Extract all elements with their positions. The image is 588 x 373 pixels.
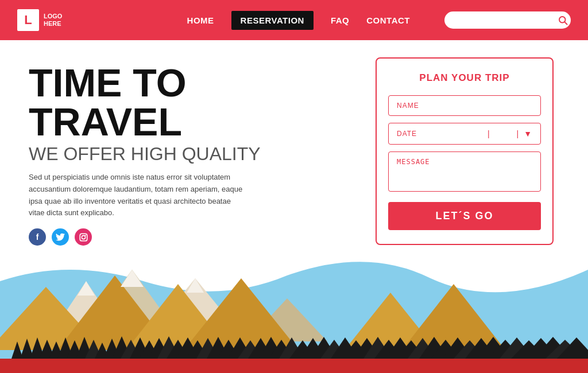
- search-icon: [558, 15, 568, 25]
- svg-marker-17: [187, 278, 204, 293]
- nav-contact[interactable]: CONTACT: [366, 15, 410, 25]
- logo-text: LOGO HERE: [44, 13, 62, 28]
- date-separator-1: |: [488, 129, 490, 138]
- instagram-icon[interactable]: [75, 228, 92, 246]
- facebook-icon[interactable]: f: [29, 228, 46, 246]
- form-panel: PLAN YOUR TRIP | | ▼ LET´S GO: [376, 57, 554, 245]
- date-dropdown-icon[interactable]: ▼: [524, 129, 532, 138]
- date-input[interactable]: [397, 130, 483, 138]
- message-input[interactable]: [388, 151, 541, 192]
- name-input[interactable]: [388, 95, 541, 116]
- submit-button[interactable]: LET´S GO: [388, 202, 541, 230]
- hero-description: Sed ut perspiciatis unde omnis iste natu…: [29, 172, 247, 219]
- svg-marker-76: [168, 278, 172, 280]
- navbar: L LOGO HERE HOME RESERVATION FAQ CONTACT: [0, 0, 588, 40]
- nav-faq[interactable]: FAQ: [331, 15, 349, 25]
- hero-title-line2: TRAVEL: [29, 102, 261, 141]
- hero-subtitle: WE OFFER HIGH QUALITY: [29, 143, 261, 165]
- svg-marker-75: [167, 271, 173, 274]
- nav-links: HOME RESERVATION FAQ CONTACT: [187, 11, 410, 30]
- date-wrapper: | | ▼: [388, 123, 541, 145]
- nav-home[interactable]: HOME: [187, 15, 214, 25]
- main-content: TIME TO TRAVEL WE OFFER HIGH QUALITY Sed…: [0, 40, 588, 373]
- svg-marker-74: [164, 274, 177, 278]
- logo[interactable]: L LOGO HERE: [17, 9, 62, 31]
- search-container: [444, 11, 571, 29]
- svg-line-1: [564, 22, 567, 24]
- svg-rect-2: [80, 234, 87, 241]
- form-title: PLAN YOUR TRIP: [388, 72, 541, 84]
- logo-icon: L: [17, 9, 39, 31]
- svg-rect-19: [0, 359, 588, 373]
- landscape-svg: [0, 235, 588, 373]
- hero-title-line1: TIME TO: [29, 63, 261, 102]
- search-input[interactable]: [452, 15, 553, 25]
- landscape: [0, 235, 588, 373]
- svg-point-4: [85, 235, 86, 235]
- twitter-icon[interactable]: [52, 228, 69, 246]
- social-icons: f: [29, 228, 261, 246]
- search-button[interactable]: [558, 15, 568, 25]
- hero-text: TIME TO TRAVEL WE OFFER HIGH QUALITY Sed…: [29, 63, 261, 246]
- airplane-icon: [164, 271, 177, 280]
- svg-point-3: [82, 235, 85, 239]
- date-separator-2: |: [517, 129, 520, 138]
- nav-reservation[interactable]: RESERVATION: [231, 11, 314, 30]
